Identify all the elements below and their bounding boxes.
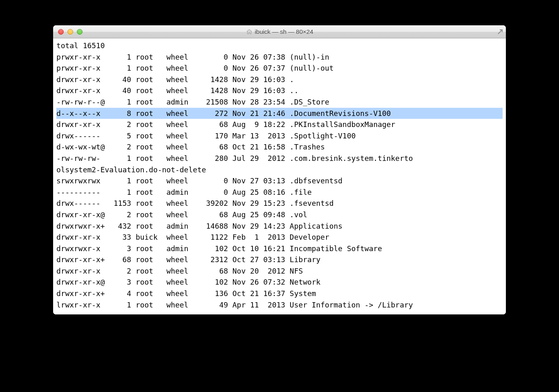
terminal-output[interactable]: total 16510prwxr-xr-x 1 root wheel 0 Nov… <box>53 38 506 314</box>
expand-icon[interactable] <box>497 29 503 35</box>
window-title-text: ibuick — sh — 80×24 <box>255 28 313 35</box>
titlebar[interactable]: ibuick — sh — 80×24 <box>53 25 506 38</box>
table-row: -rw-rw-rw- 1 root wheel 280 Jul 29 2012 … <box>56 153 503 164</box>
table-row: d-wx-wx-wt@ 2 root wheel 68 Oct 21 16:58… <box>56 141 503 153</box>
minimize-button[interactable] <box>67 29 73 35</box>
table-row: d--x--x--x 8 root wheel 272 Nov 21 21:46… <box>56 108 503 119</box>
table-row: drwxr-xr-x 2 root wheel 68 Aug 9 18:22 .… <box>56 119 503 130</box>
table-row: lrwxr-xr-x 1 root wheel 49 Apr 11 2013 U… <box>56 299 503 311</box>
table-row: drwx------ 1153 root wheel 39202 Nov 29 … <box>56 198 503 209</box>
close-button[interactable] <box>58 29 64 35</box>
home-icon <box>246 29 253 35</box>
table-row: drwxr-xr-x+ 4 root wheel 136 Oct 21 16:3… <box>56 288 503 299</box>
table-row: drwx------ 5 root wheel 170 Mar 13 2013 … <box>56 130 503 142</box>
traffic-lights <box>53 29 83 35</box>
table-row: drwxr-xr-x+ 68 root wheel 2312 Oct 27 03… <box>56 254 503 265</box>
table-row: prwxr-xr-x 1 root wheel 0 Nov 26 07:37 (… <box>56 62 503 74</box>
table-row: prwxr-xr-x 1 root wheel 0 Nov 26 07:38 (… <box>56 51 503 63</box>
window-title: ibuick — sh — 80×24 <box>53 28 506 35</box>
table-row: drwxrwxr-x+ 432 root admin 14688 Nov 29 … <box>56 220 503 232</box>
table-row: srwxrwxrwx 1 root wheel 0 Nov 27 03:13 .… <box>56 175 503 187</box>
table-row: drwxr-xr-x 2 root wheel 68 Nov 20 2012 N… <box>56 265 503 277</box>
terminal-wrapped-line: olsystem2-Evaluation.do-not-delete <box>56 164 503 176</box>
table-row: drwxr-xr-x@ 2 root wheel 68 Aug 25 09:48… <box>56 209 503 220</box>
table-row: drwxrwxr-x 3 root admin 102 Oct 10 16:21… <box>56 243 503 254</box>
table-row: drwxr-xr-x@ 3 root wheel 102 Nov 26 07:3… <box>56 276 503 288</box>
terminal-total-line: total 16510 <box>56 40 503 51</box>
table-row: drwxr-xr-x 40 root wheel 1428 Nov 29 16:… <box>56 74 503 85</box>
table-row: drwxr-xr-x 33 buick wheel 1122 Feb 1 201… <box>56 232 503 243</box>
table-row: -rw-rw-r--@ 1 root admin 21508 Nov 28 23… <box>56 96 503 108</box>
table-row: ---------- 1 root admin 0 Aug 25 08:16 .… <box>56 187 503 198</box>
terminal-window: ibuick — sh — 80×24 total 16510prwxr-xr-… <box>53 25 506 314</box>
zoom-button[interactable] <box>77 29 83 35</box>
table-row: drwxr-xr-x 40 root wheel 1428 Nov 29 16:… <box>56 85 503 96</box>
